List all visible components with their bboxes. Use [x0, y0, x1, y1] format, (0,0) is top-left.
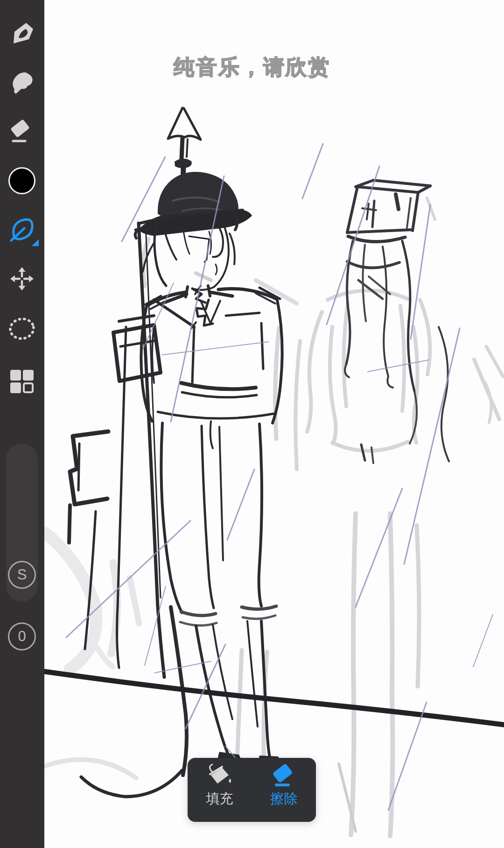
marker-icon	[7, 19, 36, 48]
smudge-icon	[7, 68, 36, 97]
layers-tool-button[interactable]	[7, 367, 36, 396]
move-tool-button[interactable]	[7, 264, 36, 293]
tool-sidebar: S 0	[0, 0, 44, 848]
app-window: 纯音乐，请欣赏	[0, 0, 504, 848]
size-button-label: S	[17, 566, 27, 583]
paint-bucket-icon	[206, 763, 233, 790]
eraser-icon	[271, 763, 298, 790]
lasso-tool-button[interactable]	[7, 315, 36, 344]
sketch-svg[interactable]	[0, 0, 504, 848]
erase-button[interactable]: 擦除	[263, 763, 306, 822]
eraser-icon	[7, 117, 36, 146]
smudge-tool-button[interactable]	[7, 68, 36, 97]
opacity-button[interactable]: 0	[8, 622, 36, 650]
watermark-text: 纯音乐，请欣赏	[0, 53, 504, 81]
eraser-tool-button[interactable]	[7, 117, 36, 146]
selected-tool-indicator	[32, 239, 39, 246]
lasso-icon	[7, 315, 36, 344]
size-button[interactable]: S	[8, 561, 36, 589]
fill-button[interactable]: 填充	[198, 763, 241, 822]
erase-button-label: 擦除	[271, 791, 298, 807]
paint-tool-button[interactable]	[7, 19, 36, 48]
move-arrows-icon	[7, 264, 36, 293]
fill-button-label: 填充	[206, 791, 233, 807]
color-swatch[interactable]	[8, 167, 35, 194]
fill-erase-toolbar: 填充 擦除	[188, 758, 316, 822]
layers-icon	[8, 368, 35, 395]
opacity-button-label: 0	[18, 628, 26, 645]
